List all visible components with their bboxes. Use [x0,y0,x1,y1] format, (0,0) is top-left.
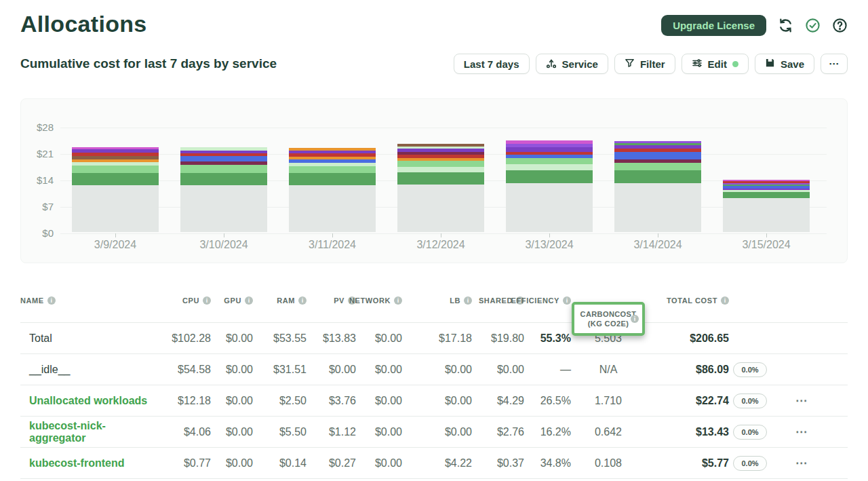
efficiency-cell: — [524,364,571,376]
efficiency-cell: 16.2% [524,426,571,438]
row-name-link[interactable]: Unallocated workloads [29,395,147,407]
info-icon[interactable]: i [298,296,307,305]
info-icon[interactable]: i [631,315,639,323]
row-name-label: Total [29,332,52,345]
row-name-cell[interactable]: Unallocated workloads [20,395,156,407]
info-icon[interactable]: i [394,296,402,305]
stacked-bar[interactable] [72,147,159,232]
refresh-icon[interactable] [778,18,793,33]
column-header-label: CPU [182,296,199,305]
x-axis-label: 3/13/2024 [495,239,604,251]
upgrade-license-button[interactable]: Upgrade License [661,15,766,36]
filter-label: Filter [640,58,665,70]
stacked-bar[interactable] [506,140,593,232]
aggregate-by-service-button[interactable]: Service [536,54,608,74]
row-name-link[interactable]: kubecost-nick-aggregator [29,420,156,444]
cpu-cell: $4.06 [156,426,211,438]
help-icon[interactable] [832,18,848,33]
column-header-line1: CARBONCOST [580,310,637,318]
column-header-name[interactable]: NAMEi [20,296,156,305]
row-menu-button[interactable]: ⋯ [795,393,808,408]
info-icon[interactable]: i [203,296,211,305]
ram-cell: $5.50 [253,426,307,438]
edit-status-dot [732,61,738,67]
x-axis-tick [658,233,658,237]
chart-gridline [60,233,827,234]
x-axis-tick [549,233,550,237]
bar-segment [614,163,701,170]
bar-segment [723,198,810,232]
check-circle-icon[interactable] [805,18,821,33]
allocations-table: NAMEiCPUiGPUiRAMiPViNETWORKiLBiSHAREDiEF… [20,279,848,479]
cost-chart: $0$7$14$21$283/9/20243/10/20243/11/20243… [20,98,848,263]
table-row-idle: __idle__$54.58$0.00$31.51$0.00$0.00$0.00… [20,354,848,385]
stacked-bar[interactable] [614,141,701,232]
menu-cell: ⋯ [771,425,832,439]
info-icon[interactable]: i [563,296,571,305]
x-axis-label: 3/9/2024 [61,239,170,251]
filter-button[interactable]: Filter [614,54,675,74]
badge-cell: 0.0% [729,456,771,471]
y-axis-label: $14 [21,174,54,186]
total-cell: $5.77 [646,457,729,469]
column-header-ram[interactable]: RAMi [253,296,307,305]
badge-cell: 0.0% [729,362,771,377]
ram-cell: $53.55 [253,332,307,345]
row-menu-button[interactable]: ⋯ [795,425,808,439]
x-axis-tick [332,233,333,237]
lb-cell: $0.00 [402,364,472,376]
column-header-total-cost[interactable]: TOTAL COSTi [646,296,729,305]
column-header-efficiency[interactable]: EFFICIENCYi [524,296,571,305]
stacked-bar[interactable] [289,148,376,232]
cpu-cell: $54.58 [156,364,211,376]
column-header-label: RAM [277,296,295,305]
row-menu-button[interactable]: ⋯ [795,456,808,470]
carbon-badge: 0.0% [733,362,766,377]
column-header-label: GPU [224,296,241,305]
network-cell: $0.00 [356,395,402,407]
header-controls: Upgrade License [661,15,848,36]
stacked-bar[interactable] [397,144,484,232]
info-icon[interactable]: i [721,296,729,305]
save-button[interactable]: Save [755,54,814,74]
ram-cell: $31.51 [253,364,307,376]
gpu-cell: $0.00 [211,457,253,469]
badge-cell: 0.0% [729,393,771,408]
toolbar-buttons: Last 7 days Service Filter [454,54,848,74]
more-actions-button[interactable]: ⋯ [821,54,848,74]
info-icon[interactable]: i [47,296,56,305]
bar-segment [614,152,701,159]
x-axis-label: 3/11/2024 [278,239,387,251]
column-header-cpu[interactable]: CPUi [156,296,211,305]
column-header-label: NETWORK [349,296,391,305]
column-header-lb[interactable]: LBi [402,296,472,305]
y-axis-label: $21 [21,148,54,159]
time-range-button[interactable]: Last 7 days [454,54,530,74]
menu-cell: ⋯ [771,393,832,408]
menu-cell: ⋯ [771,456,832,470]
column-header-label: SHARED [479,296,513,305]
row-name-link[interactable]: kubecost-frontend [29,457,124,469]
column-header-network[interactable]: NETWORKi [356,296,402,305]
row-name-cell[interactable]: kubecost-nick-aggregator [20,420,156,444]
stacked-bar[interactable] [723,180,810,232]
bar-segment [397,167,484,172]
chart-subtitle: Cumulative cost for last 7 days by servi… [20,56,277,71]
row-name-cell[interactable]: kubecost-frontend [20,457,156,469]
cpu-cell: $102.28 [156,332,211,345]
network-cell: $0.00 [356,332,402,345]
total-cell: $206.65 [646,332,729,345]
bar-segment [506,183,593,232]
y-axis-label: $7 [21,201,54,212]
info-icon[interactable]: i [464,296,472,305]
save-floppy-icon [765,58,775,70]
column-header-gpu[interactable]: GPUi [211,296,253,305]
row-name-label: __idle__ [29,364,71,376]
x-axis-tick [115,233,116,237]
edit-button[interactable]: Edit [682,54,749,74]
bar-segment [506,158,593,163]
lb-cell: $4.22 [402,457,472,469]
stacked-bar[interactable] [180,147,267,232]
info-icon[interactable]: i [245,296,253,305]
badge-cell: 0.0% [729,425,771,440]
